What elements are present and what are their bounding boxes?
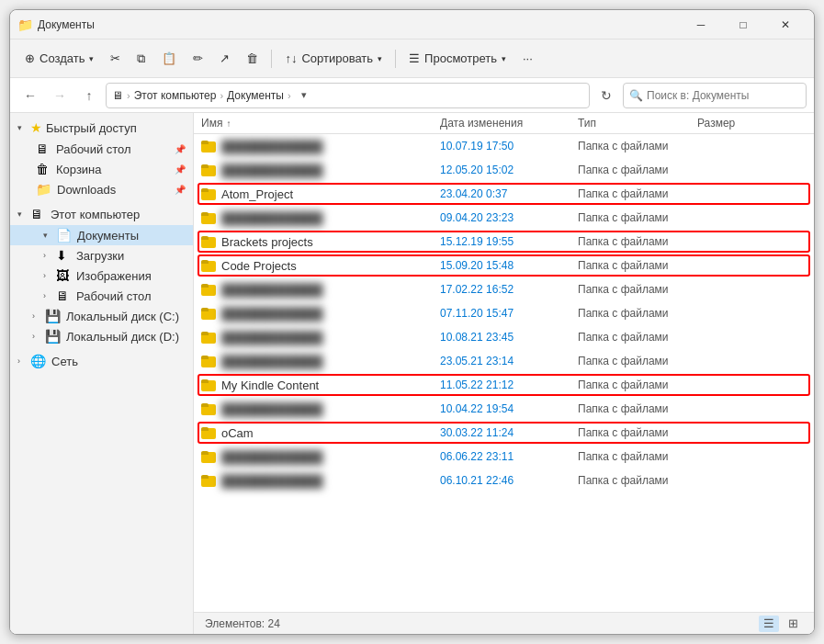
sidebar-item-downloads-tree[interactable]: › ⬇ Загрузки	[10, 245, 193, 266]
search-input[interactable]	[647, 89, 800, 102]
file-date-cell: 06.10.21 22:46	[433, 474, 570, 487]
table-row[interactable]: oCam30.03.22 11:24Папка с файлами	[194, 421, 814, 445]
column-size[interactable]: Размер	[690, 117, 763, 130]
plus-icon: ⊕	[25, 51, 35, 65]
folder-icon	[201, 187, 216, 200]
sidebar-item-drive-d[interactable]: › 💾 Локальный диск (D:)	[10, 326, 193, 346]
sidebar-item-desktop[interactable]: 🖥 Рабочий стол 📌	[10, 139, 193, 159]
column-type[interactable]: Тип	[570, 117, 690, 130]
folder-icon	[201, 307, 216, 320]
file-type-cell: Папка с файлами	[570, 283, 690, 296]
table-row[interactable]: My Kindle Content11.05.22 21:12Папка с ф…	[194, 373, 814, 397]
table-row[interactable]: ████████████06.06.22 23:11Папка с файлам…	[194, 445, 814, 469]
delete-button[interactable]: 🗑	[239, 44, 265, 73]
sidebar-computer-header[interactable]: ▾ 🖥 Этот компьютер	[10, 203, 193, 225]
minimize-button[interactable]: ─	[680, 10, 722, 40]
desktop-icon: 🖥	[36, 141, 51, 156]
items-count: Элементов: 24	[205, 617, 280, 630]
sidebar-desktop-tree-label: Рабочий стол	[76, 289, 186, 303]
table-row[interactable]: ████████████09.04.20 23:23Папка с файлам…	[194, 206, 814, 230]
file-name-label: ████████████	[221, 164, 323, 177]
more-button[interactable]: ···	[515, 44, 540, 73]
list-view-button[interactable]: ☰	[759, 616, 779, 632]
sidebar-downloads-tree-label: Загрузки	[76, 249, 186, 263]
pin-icon-desktop: 📌	[175, 144, 186, 154]
file-name-label: oCam	[221, 426, 254, 440]
file-name-label: Brackets projects	[221, 235, 313, 249]
file-name-label: ████████████	[221, 211, 323, 225]
file-date-cell: 10.07.19 17:50	[433, 140, 570, 153]
toolbar-separator-2	[395, 50, 396, 68]
view-button[interactable]: ☰ Просмотреть ▾	[401, 44, 514, 73]
network-icon: 🌐	[30, 354, 46, 368]
view-controls: ☰ ⊞	[759, 616, 803, 632]
folder-icon	[201, 355, 216, 367]
sidebar-item-documents[interactable]: ▾ 📄 Документы	[10, 225, 193, 245]
table-row[interactable]: Brackets projects15.12.19 19:55Папка с ф…	[194, 230, 814, 254]
sidebar-item-drive-c[interactable]: › 💾 Локальный диск (C:)	[10, 306, 193, 326]
path-sep-1: ›	[127, 90, 130, 101]
table-row[interactable]: ████████████10.07.19 17:50Папка с файлам…	[194, 134, 814, 158]
file-name-label: Atom_Project	[221, 187, 293, 201]
downloads-tree-icon: ⬇	[56, 248, 71, 263]
paste-button[interactable]: 📋	[154, 44, 184, 73]
sort-icon: ↑↓	[285, 51, 297, 65]
folder-icon	[201, 450, 216, 463]
cut-button[interactable]: ✂	[103, 44, 128, 73]
folder-icon	[201, 211, 216, 224]
back-button[interactable]: ←	[17, 83, 43, 108]
paste-icon: 📋	[162, 51, 176, 65]
table-row[interactable]: Code Projects15.09.20 15:48Папка с файла…	[194, 254, 814, 277]
sidebar-drive-c-label: Локальный диск (C:)	[66, 310, 186, 323]
window-controls: ─ □ ✕	[680, 10, 807, 40]
file-date-cell: 10.04.22 19:54	[433, 402, 570, 415]
create-button[interactable]: ⊕ Создать ▾	[17, 44, 101, 73]
table-row[interactable]: ████████████07.11.20 15:47Папка с файлам…	[194, 301, 814, 325]
refresh-button[interactable]: ↻	[593, 83, 619, 108]
sidebar-item-downloads[interactable]: 📁 Downloads 📌	[10, 179, 193, 199]
network-chevron-icon: ›	[17, 356, 27, 366]
file-type-cell: Папка с файлами	[570, 211, 690, 224]
table-row[interactable]: ████████████10.08.21 23:45Папка с файлам…	[194, 325, 814, 349]
sort-label: Сортировать	[301, 51, 373, 65]
forward-button[interactable]: →	[47, 83, 73, 108]
up-button[interactable]: ↑	[76, 83, 102, 108]
copy-button[interactable]: ⧉	[130, 44, 152, 73]
view-label: Просмотреть	[424, 51, 497, 65]
path-expand-button[interactable]: ▾	[295, 83, 313, 108]
share-icon: ↗	[220, 51, 230, 65]
sidebar-item-images[interactable]: › 🖼 Изображения	[10, 266, 193, 286]
table-row[interactable]: ████████████10.04.22 19:54Папка с файлам…	[194, 397, 814, 421]
view-icon: ☰	[409, 51, 420, 65]
quick-access-star-icon: ★	[30, 120, 42, 135]
sort-button[interactable]: ↑↓ Сортировать ▾	[277, 44, 389, 73]
rename-button[interactable]: ✏	[186, 44, 210, 73]
sidebar-network-header[interactable]: › 🌐 Сеть	[10, 350, 193, 372]
maximize-button[interactable]: □	[722, 10, 764, 40]
details-view-button[interactable]: ⊞	[783, 616, 803, 632]
close-button[interactable]: ✕	[764, 10, 807, 40]
file-name-label: ████████████	[221, 307, 323, 321]
file-date-cell: 07.11.20 15:47	[433, 307, 570, 320]
create-label: Создать	[40, 51, 85, 65]
sidebar-item-desktop-tree[interactable]: › 🖥 Рабочий стол	[10, 286, 193, 306]
sidebar-quick-access-header[interactable]: ▾ ★ Быстрый доступ	[10, 117, 193, 139]
table-row[interactable]: ████████████23.05.21 23:14Папка с файлам…	[194, 349, 814, 373]
share-button[interactable]: ↗	[212, 44, 237, 73]
sidebar-item-trash[interactable]: 🗑 Корзина 📌	[10, 159, 193, 179]
sidebar-downloads-label: Downloads	[57, 183, 171, 197]
images-icon: 🖼	[56, 268, 71, 283]
pin-icon-downloads: 📌	[175, 185, 186, 195]
view-chevron-icon: ▾	[502, 54, 506, 63]
table-row[interactable]: ████████████12.05.20 15:02Папка с файлам…	[194, 158, 814, 182]
folder-icon	[201, 474, 216, 487]
table-row[interactable]: ████████████06.10.21 22:46Папка с файлам…	[194, 469, 814, 492]
column-date[interactable]: Дата изменения	[433, 117, 570, 130]
folder-icon	[201, 235, 216, 248]
column-name[interactable]: Имя ↑	[194, 117, 433, 130]
address-path-box[interactable]: 🖥 › Этот компьютер › Документы › ▾	[106, 83, 590, 108]
table-row[interactable]: Atom_Project23.04.20 0:37Папка с файлами	[194, 182, 814, 206]
file-name-label: ████████████	[221, 402, 323, 416]
sidebar-desktop-label: Рабочий стол	[56, 142, 171, 156]
table-row[interactable]: ████████████17.02.22 16:52Папка с файлам…	[194, 277, 814, 301]
